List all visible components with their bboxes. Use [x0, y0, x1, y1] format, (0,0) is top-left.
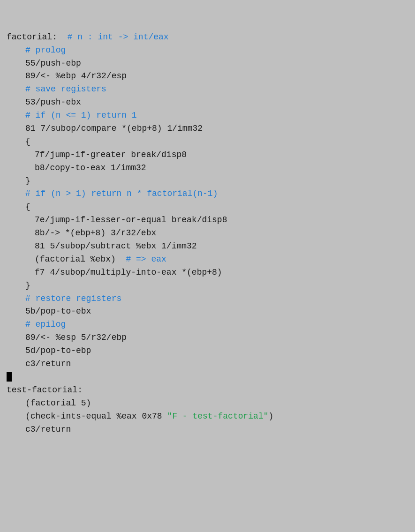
- code-line: 89/<- %ebp 4/r32/esp: [7, 70, 408, 83]
- code-token: (factorial %ebx): [35, 255, 126, 264]
- code-line: 55/push-ebp: [7, 57, 408, 70]
- code-token: f7 4/subop/multiply-into-eax *(ebp+8): [35, 268, 222, 277]
- code-line: {: [7, 201, 408, 214]
- code-line: {: [7, 135, 408, 149]
- code-line: c3/return: [7, 423, 408, 436]
- code-token: (factorial 5): [25, 398, 91, 408]
- code-line: f7 4/subop/multiply-into-eax *(ebp+8): [7, 266, 408, 279]
- code-line: 8b/-> *(ebp+8) 3/r32/ebx: [7, 227, 408, 240]
- code-line: # restore registers: [7, 292, 408, 306]
- code-token: c3/return: [25, 359, 71, 368]
- code-line: 81 7/subop/compare *(ebp+8) 1/imm32: [7, 122, 408, 135]
- code-line: 81 5/subop/subtract %ebx 1/imm32: [7, 240, 408, 253]
- code-token: factorial:: [7, 32, 68, 42]
- code-line: 89/<- %esp 5/r32/ebp: [7, 331, 408, 345]
- code-line: }: [7, 175, 408, 188]
- code-line: (factorial %ebx) # => eax: [7, 253, 408, 266]
- code-line: test-factorial:: [7, 384, 408, 397]
- code-line: b8/copy-to-eax 1/imm32: [7, 162, 408, 175]
- code-token: 81 5/subop/subtract %ebx 1/imm32: [35, 241, 197, 251]
- code-token: (check-ints-equal %eax 0x78: [25, 412, 167, 421]
- code-token: 53/push-ebx: [25, 97, 81, 107]
- code-line: factorial: # n : int -> int/eax: [7, 31, 408, 44]
- code-line: (factorial 5): [7, 397, 408, 410]
- code-token: # restore registers: [25, 294, 121, 303]
- code-line: # prolog: [7, 44, 408, 57]
- code-token: }: [25, 281, 30, 290]
- code-token: ): [269, 412, 274, 421]
- code-line: 5d/pop-to-ebp: [7, 345, 408, 358]
- code-token: # save registers: [25, 84, 106, 94]
- code-token: "F - test-factorial": [167, 412, 268, 421]
- code-line: [7, 371, 408, 384]
- code-token: 5b/pop-to-ebx: [25, 307, 91, 316]
- code-token: 55/push-ebp: [25, 59, 81, 68]
- code-token: }: [25, 176, 30, 186]
- code-token: 89/<- %esp 5/r32/ebp: [25, 333, 127, 342]
- code-token: test-factorial:: [7, 385, 83, 395]
- code-line: 7e/jump-if-lesser-or-equal break/disp8: [7, 214, 408, 227]
- code-token: 89/<- %ebp 4/r32/esp: [25, 71, 127, 81]
- code-token: # epilog: [25, 320, 66, 329]
- code-token: # => eax: [126, 255, 166, 264]
- code-token: 81 7/subop/compare *(ebp+8) 1/imm32: [25, 124, 203, 133]
- code-token: # n : int -> int/eax: [68, 32, 169, 42]
- code-token: # if (n > 1) return n * factorial(n-1): [25, 189, 218, 198]
- code-line: (check-ints-equal %eax 0x78 "F - test-fa…: [7, 410, 408, 423]
- code-token: 7e/jump-if-lesser-or-equal break/disp8: [35, 215, 227, 225]
- code-line: # if (n > 1) return n * factorial(n-1): [7, 187, 408, 201]
- code-token: # if (n <= 1) return 1: [25, 111, 137, 120]
- code-token: b8/copy-to-eax 1/imm32: [35, 163, 146, 172]
- code-line: 7f/jump-if-greater break/disp8: [7, 149, 408, 162]
- code-token: # prolog: [25, 45, 66, 55]
- text-cursor: [7, 372, 12, 382]
- code-line: # if (n <= 1) return 1: [7, 109, 408, 122]
- code-token: 5d/pop-to-ebp: [25, 346, 91, 355]
- code-line: # save registers: [7, 83, 408, 96]
- code-line: }: [7, 279, 408, 292]
- code-token: 8b/-> *(ebp+8) 3/r32/ebx: [35, 228, 156, 238]
- code-token: c3/return: [25, 425, 71, 434]
- code-editor: factorial: # n : int -> int/eax# prolog5…: [7, 5, 408, 436]
- code-line: # epilog: [7, 318, 408, 331]
- code-line: c3/return: [7, 358, 408, 371]
- code-line: 5b/pop-to-ebx: [7, 305, 408, 318]
- code-token: 7f/jump-if-greater break/disp8: [35, 150, 187, 159]
- code-line: 53/push-ebx: [7, 96, 408, 109]
- code-token: {: [25, 137, 30, 146]
- code-token: {: [25, 202, 30, 211]
